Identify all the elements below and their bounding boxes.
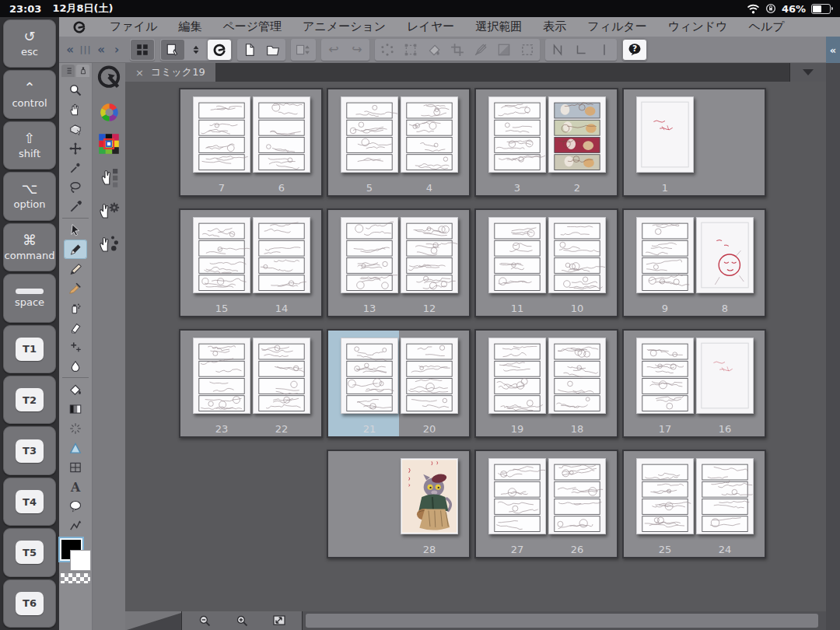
edge-key-t3[interactable]: T3: [3, 426, 56, 474]
help-button[interactable]: ?: [623, 40, 646, 60]
spread-21-20[interactable]: 2120: [327, 329, 471, 438]
page-thumbnail-23[interactable]: [193, 338, 250, 414]
page-thumbnail-8[interactable]: [696, 217, 754, 293]
page-thumbnail-15[interactable]: [193, 217, 250, 293]
spread-27-26[interactable]: 2726: [474, 450, 618, 558]
blend-tool[interactable]: [64, 356, 87, 376]
page-thumbnail-26[interactable]: [548, 458, 606, 534]
menu-item[interactable]: アニメーション: [303, 19, 386, 34]
panel-handle-icon[interactable]: |||: [79, 44, 93, 54]
decoration-tool[interactable]: [64, 337, 87, 356]
expand-right-icon[interactable]: ›: [110, 43, 124, 57]
page-thumbnail-25[interactable]: [636, 458, 694, 534]
zoom-tool[interactable]: [64, 80, 87, 100]
clip-studio-button[interactable]: [208, 40, 231, 60]
page-thumbnail-13[interactable]: [341, 217, 398, 293]
lasso-tool[interactable]: [64, 177, 87, 197]
page-thumbnail-12[interactable]: [401, 217, 458, 293]
collapse-left-icon[interactable]: «: [94, 43, 108, 57]
gesture-options-button[interactable]: [97, 232, 121, 255]
menu-item[interactable]: レイヤー: [407, 19, 454, 34]
auto-select-tool[interactable]: [64, 158, 87, 177]
pattern-tool[interactable]: [64, 418, 87, 438]
pen-tool[interactable]: [64, 240, 87, 259]
page-thumbnail-16[interactable]: [696, 338, 754, 414]
operation-tool[interactable]: [64, 220, 87, 240]
page-thumbnail-22[interactable]: [253, 338, 310, 414]
menu-item[interactable]: ページ管理: [222, 19, 282, 34]
ink-bottle-tab-icon[interactable]: [76, 65, 89, 77]
page-thumbnail-18[interactable]: [548, 338, 606, 414]
page-thumbnail-2[interactable]: [548, 96, 606, 173]
page-thumbnail-5[interactable]: [341, 96, 398, 173]
menu-item[interactable]: 編集: [178, 19, 201, 34]
spread-25-24[interactable]: 2524: [622, 450, 766, 558]
spread-9-8[interactable]: 98: [622, 208, 766, 317]
menu-item[interactable]: ヘルプ: [748, 19, 784, 34]
color-wheel-button[interactable]: [99, 102, 120, 123]
page-thumbnail-1[interactable]: [636, 96, 694, 173]
page-manager-canvas[interactable]: 7654321151413121110982322212019181716282…: [125, 82, 826, 611]
page-thumbnail-27[interactable]: [488, 458, 546, 534]
edge-key-esc[interactable]: ↺esc: [3, 19, 56, 68]
gradient-tool[interactable]: [64, 399, 87, 418]
page-thumbnail-24[interactable]: [696, 458, 754, 534]
palette-list-tab-icon[interactable]: [61, 65, 75, 77]
balloon-tool[interactable]: [64, 496, 87, 516]
spread-19-18[interactable]: 1918: [474, 329, 618, 438]
hand-tool[interactable]: [64, 100, 87, 119]
edge-key-command[interactable]: ⌘command: [3, 223, 56, 271]
ruler-corner-button[interactable]: [569, 40, 593, 60]
spread-7-6[interactable]: 76: [179, 88, 323, 197]
edge-key-t6[interactable]: T6: [3, 579, 56, 628]
expand-palettes-button[interactable]: «: [826, 37, 840, 63]
menu-item[interactable]: ファイル: [110, 19, 157, 34]
eraser-tool[interactable]: [64, 317, 87, 337]
edge-key-space[interactable]: space: [3, 274, 56, 322]
page-thumbnail-3[interactable]: [488, 96, 546, 173]
page-thumbnail-21[interactable]: [341, 338, 398, 414]
fit-screen-button[interactable]: [271, 614, 288, 628]
close-tab-icon[interactable]: ×: [135, 67, 144, 79]
page-stepper-button[interactable]: [184, 40, 208, 60]
spread-11-10[interactable]: 1110: [474, 208, 618, 317]
page-thumbnail-19[interactable]: [488, 338, 546, 414]
airbrush-tool[interactable]: [64, 298, 87, 317]
new-file-button[interactable]: [238, 40, 261, 60]
figure-tool[interactable]: [64, 438, 87, 457]
line-correct-tool[interactable]: [64, 516, 87, 535]
page-thumbnail-9[interactable]: [636, 217, 694, 293]
menu-item[interactable]: ウィンドウ: [668, 19, 728, 34]
edit-page-button[interactable]: [161, 40, 184, 60]
document-tab[interactable]: × コミック19: [125, 63, 215, 82]
page-thumbnail-10[interactable]: [548, 217, 606, 293]
spread-5-4[interactable]: 54: [327, 88, 471, 197]
page-thumbnail-20[interactable]: [401, 338, 458, 414]
color-set-button[interactable]: [98, 133, 120, 155]
gesture-panels-button[interactable]: [97, 165, 121, 188]
spread-13-12[interactable]: 1312: [327, 208, 471, 317]
eyedropper-tool[interactable]: [64, 197, 87, 216]
spread-3-2[interactable]: 32: [474, 88, 618, 197]
ruler-line-button[interactable]: [593, 40, 616, 60]
menu-item[interactable]: 選択範囲: [475, 19, 522, 34]
edge-key-t5[interactable]: T5: [3, 528, 56, 576]
spread-23-22[interactable]: 2322: [179, 329, 323, 438]
transparent-color-swatch[interactable]: [60, 572, 91, 584]
spread-17-16[interactable]: 1716: [622, 329, 766, 438]
edge-key-option[interactable]: ⌥option: [3, 172, 56, 220]
edge-key-t4[interactable]: T4: [3, 478, 56, 526]
spread-28[interactable]: 28: [327, 450, 471, 558]
pencil-tool[interactable]: [64, 259, 87, 278]
spread-15-14[interactable]: 1514: [179, 208, 323, 317]
quick-access-button[interactable]: [95, 64, 123, 92]
page-manager-view-button[interactable]: [131, 40, 154, 60]
move-tool[interactable]: [64, 138, 87, 158]
page-thumbnail-14[interactable]: [253, 217, 310, 293]
page-thumbnail-17[interactable]: [636, 338, 694, 414]
gesture-settings-button[interactable]: [97, 198, 121, 222]
open-file-button[interactable]: [261, 40, 285, 60]
background-color-swatch[interactable]: [70, 550, 91, 571]
brush-tool[interactable]: [64, 278, 87, 298]
page-thumbnail-7[interactable]: [193, 96, 250, 173]
